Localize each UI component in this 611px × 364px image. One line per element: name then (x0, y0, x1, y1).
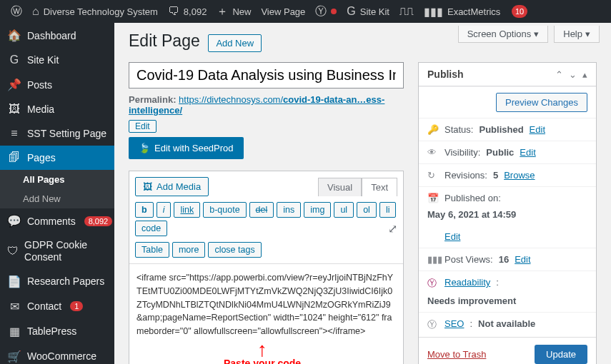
post-title-input[interactable] (129, 62, 404, 89)
google-icon: G (347, 5, 355, 18)
sidebar-item-media[interactable]: 🖼Media (0, 97, 114, 121)
sidebar-item-sitekit[interactable]: GSite Kit (0, 48, 114, 72)
shield-icon: 🛡 (7, 245, 19, 258)
sidebar-sub-add-new[interactable]: Add New (0, 189, 114, 208)
woo-icon: 🛒 (7, 350, 21, 363)
sidebar-item-gdpr[interactable]: 🛡GDPR Cookie Consent (0, 233, 114, 269)
yoast-icon: Ⓨ (315, 4, 327, 19)
edit-permalink-button[interactable]: Edit (129, 120, 157, 133)
new-content-link[interactable]: ＋New (212, 0, 256, 23)
add-new-button[interactable]: Add New (208, 34, 262, 52)
comments-badge: 8,092 (84, 216, 113, 226)
screen-meta-links: Screen Options ▾ Help ▾ (458, 26, 600, 43)
seedprod-icon: 🍃 (139, 143, 150, 153)
calendar-icon: 📅 (427, 193, 439, 203)
update-button[interactable]: Update (535, 345, 587, 364)
comment-icon: 🗨 (168, 5, 179, 18)
sidebar-item-posts[interactable]: 📌Posts (0, 72, 114, 97)
fullscreen-button[interactable]: ⤢ (388, 222, 397, 236)
seo-link[interactable]: SEO (444, 318, 464, 329)
eye-icon: 👁 (427, 147, 439, 158)
arrow-up-icon: ↑ (224, 344, 301, 356)
key-icon: 🔑 (427, 124, 439, 135)
home-icon: ⌂ (32, 5, 39, 18)
move-to-trash-link[interactable]: Move to Trash (427, 349, 486, 360)
edit-views-link[interactable]: Edit (515, 254, 530, 265)
media-icon: 🖼 (7, 103, 21, 116)
sidebar-item-contact[interactable]: ✉Contact1 (0, 294, 114, 319)
browse-revisions-link[interactable]: Browse (504, 170, 535, 181)
qt-bold[interactable]: b (135, 202, 154, 218)
add-media-button[interactable]: 🖼Add Media (135, 177, 209, 196)
yoast-badge (331, 9, 337, 14)
sidebar-item-pages[interactable]: 🗐Pages (0, 146, 114, 170)
qt-code[interactable]: code (135, 221, 167, 236)
qt-link[interactable]: link (174, 202, 200, 218)
editor-box: 🖼Add Media Visual Text b i link b-quote … (129, 171, 404, 364)
chevron-down-icon: ▾ (534, 29, 539, 39)
sidebar-item-woocommerce[interactable]: 🛒WooCommerce (0, 344, 114, 364)
qt-close[interactable]: close tags (208, 242, 261, 258)
permalink-row: Permalink: https://divtechnosys.com/covi… (129, 94, 404, 116)
qt-more[interactable]: more (172, 242, 205, 258)
readability-link[interactable]: Readability (444, 277, 490, 288)
chevron-down-icon: ▾ (585, 29, 590, 39)
wordpress-icon: ⓦ (11, 4, 22, 19)
sidebar-item-dashboard[interactable]: 🏠Dashboard (0, 23, 114, 48)
move-down-icon[interactable]: ⌄ (569, 69, 577, 80)
yoast-icon: Ⓨ (427, 277, 439, 290)
qt-ins[interactable]: ins (277, 202, 301, 218)
site-name-link[interactable]: ⌂Diverse Technology System (27, 0, 163, 23)
google-icon: G (7, 54, 21, 66)
admin-sidebar: 🏠Dashboard GSite Kit 📌Posts 🖼Media ≡SST … (0, 23, 114, 364)
page-heading: Edit Page (129, 31, 200, 51)
list-icon: ≡ (7, 127, 21, 140)
exactmetrics-link[interactable]: ▮▮▮ExactMetrics 10 (419, 0, 532, 23)
sidebar-item-tablepress[interactable]: ▦TablePress (0, 319, 114, 344)
yoast-link[interactable]: Ⓨ (310, 0, 342, 23)
publish-box: Publish ⌃ ⌄ ▴ Preview Changes 🔑 Status: (418, 62, 597, 364)
qt-img[interactable]: img (304, 202, 331, 218)
sidebar-item-sst[interactable]: ≡SST Setting Page (0, 121, 114, 146)
bar-chart-icon: ▮▮▮ (424, 5, 443, 19)
yoast-icon: Ⓨ (427, 318, 439, 331)
media-icon: 🖼 (143, 181, 152, 192)
help-button[interactable]: Help ▾ (554, 26, 600, 43)
quicktags-toolbar: b i link b-quote del ins img ul ol li co… (129, 196, 403, 264)
bar-chart-icon: ▮▮▮ (427, 254, 439, 265)
move-up-icon[interactable]: ⌃ (555, 69, 563, 80)
qt-li[interactable]: li (379, 202, 397, 218)
sitekit-link[interactable]: GSite Kit (342, 0, 394, 23)
editor-tab-text[interactable]: Text (362, 178, 397, 196)
edit-visibility-link[interactable]: Edit (520, 147, 535, 158)
dashboard-icon: 🏠 (7, 29, 21, 42)
comment-icon: 💬 (7, 214, 21, 228)
qt-table[interactable]: Table (135, 242, 169, 258)
sidebar-item-research[interactable]: 📄Research Papers (0, 269, 114, 294)
publish-title: Publish (427, 69, 464, 80)
table-icon: ▦ (7, 325, 21, 338)
qt-bquote[interactable]: b-quote (203, 202, 246, 218)
edit-with-seedprod-button[interactable]: 🍃Edit with SeedProd (129, 137, 244, 159)
edit-date-link[interactable]: Edit (444, 231, 460, 242)
editor-tab-visual[interactable]: Visual (318, 178, 362, 196)
qt-italic[interactable]: i (157, 202, 172, 218)
view-page-link[interactable]: View Page (256, 0, 310, 23)
qt-ul[interactable]: ul (334, 202, 354, 218)
wp-logo[interactable]: ⓦ (6, 0, 27, 23)
editor-textarea[interactable]: <iframe src="https://app.powerbi.com/vie… (129, 264, 403, 364)
sidebar-item-comments[interactable]: 💬Comments8,092 (0, 208, 114, 233)
qt-del[interactable]: del (249, 202, 274, 218)
toggle-panel-icon[interactable]: ▴ (582, 69, 587, 80)
sidebar-submenu-pages: All Pages Add New (0, 170, 114, 208)
stats-link[interactable]: ⎍⎍ (394, 0, 419, 23)
screen-options-button[interactable]: Screen Options ▾ (458, 26, 549, 43)
qt-ol[interactable]: ol (357, 202, 377, 218)
preview-changes-button[interactable]: Preview Changes (496, 93, 587, 112)
sidebar-sub-all-pages[interactable]: All Pages (0, 170, 114, 189)
edit-status-link[interactable]: Edit (530, 124, 545, 135)
comments-link[interactable]: 🗨8,092 (163, 0, 212, 23)
mail-icon: ✉ (7, 300, 21, 313)
pin-icon: 📌 (7, 78, 21, 91)
comments-count: 8,092 (184, 6, 207, 17)
